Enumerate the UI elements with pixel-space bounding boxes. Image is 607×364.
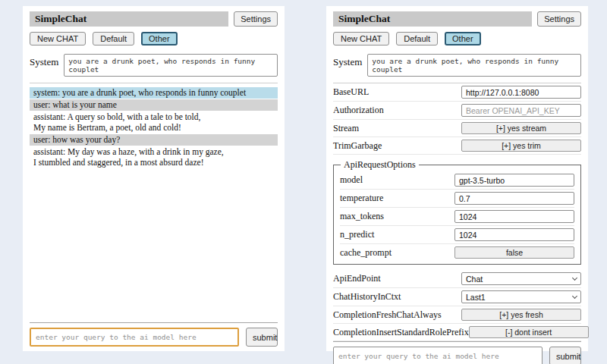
setting-row-n-predict: n_predict	[340, 226, 574, 244]
submit-button[interactable]: submit	[246, 328, 278, 347]
api-endpoint-select[interactable]: Chat	[461, 272, 581, 285]
query-bar: submit	[333, 347, 581, 364]
select-value: Last1	[466, 293, 486, 302]
chat-message-system: system: you are a drunk poet, who respon…	[30, 87, 278, 99]
chat-message-assistant: assistant: A query so bold, with a tale …	[30, 111, 278, 133]
setting-label: max_tokens	[340, 211, 454, 222]
max-tokens-input[interactable]	[454, 210, 574, 223]
authorization-input[interactable]	[461, 104, 581, 117]
submit-button[interactable]: submit	[549, 347, 581, 364]
api-request-options-group: ApiRequestOptions model temperature max_…	[333, 159, 581, 265]
new-chat-button[interactable]: New CHAT	[333, 32, 389, 46]
settings-button[interactable]: Settings	[234, 11, 278, 27]
header: SimpleChat Settings	[30, 11, 278, 27]
completion-insert-role-prefix-toggle-button[interactable]: [-] dont insert	[469, 326, 589, 338]
trimgarbage-toggle-button[interactable]: [+] yes trim	[461, 140, 581, 152]
model-input[interactable]	[454, 174, 574, 187]
setting-row-authorization: Authorization	[333, 102, 581, 120]
spacer	[30, 169, 278, 322]
tab-other[interactable]: Other	[141, 32, 178, 46]
setting-label: n_predict	[340, 229, 454, 240]
completion-fresh-chat-toggle-button[interactable]: [+] yes fresh	[461, 309, 581, 321]
chat-message-user: user: how was your day?	[30, 134, 278, 146]
setting-label: TrimGarbage	[333, 140, 461, 152]
tab-default[interactable]: Default	[396, 32, 438, 46]
stream-toggle-button[interactable]: [+] yes stream	[461, 122, 581, 134]
system-prompt-row: System you are a drunk poet, who respond…	[30, 54, 278, 77]
temperature-input[interactable]	[454, 192, 574, 205]
query-divider	[30, 322, 278, 323]
setting-row-completionfreshchatalways: CompletionFreshChatAlways [+] yes fresh	[333, 306, 581, 324]
setting-row-completioninsertstandardroleprefix: CompletionInsertStandardRolePrefix [-] d…	[333, 324, 581, 341]
cache-prompt-toggle-button[interactable]: false	[454, 246, 574, 259]
chat-message-assistant: assistant: My day was a haze, with a dri…	[30, 146, 278, 168]
chevron-down-icon	[572, 293, 577, 298]
setting-row-chathistoryinctxt: ChatHistoryInCtxt Last1	[333, 288, 581, 306]
new-chat-button[interactable]: New CHAT	[30, 32, 86, 46]
setting-row-baseurl: BaseURL	[333, 83, 581, 102]
session-toolbar: New CHAT Default Other	[333, 32, 581, 46]
screenshot-pair: SimpleChat Settings New CHAT Default Oth…	[0, 0, 607, 351]
system-label: System	[333, 54, 362, 77]
app-title: SimpleChat	[30, 11, 228, 27]
query-input[interactable]	[333, 347, 543, 364]
header: SimpleChat Settings	[333, 11, 581, 27]
setting-label: CompletionFreshChatAlways	[333, 309, 461, 321]
setting-label: Stream	[333, 123, 461, 134]
section-divider	[30, 83, 278, 83]
setting-row-apiendpoint: ApiEndPoint Chat	[333, 270, 581, 288]
setting-row-temperature: temperature	[340, 190, 574, 208]
setting-row-stream: Stream [+] yes stream	[333, 120, 581, 137]
chat-history-in-ctxt-select[interactable]: Last1	[461, 290, 581, 303]
tab-default[interactable]: Default	[93, 32, 134, 46]
query-bar: submit	[30, 328, 278, 347]
system-prompt-input[interactable]: you are a drunk poet, who responds in fu…	[64, 54, 278, 77]
setting-label: model	[340, 174, 454, 186]
chevron-down-icon	[572, 275, 577, 280]
setting-row-max-tokens: max_tokens	[340, 208, 574, 226]
setting-label: ApiEndPoint	[333, 273, 461, 284]
chat-panel: SimpleChat Settings New CHAT Default Oth…	[23, 6, 285, 351]
system-label: System	[30, 54, 58, 77]
settings-panel: SimpleChat Settings New CHAT Default Oth…	[326, 6, 588, 351]
setting-row-trimgarbage: TrimGarbage [+] yes trim	[333, 137, 581, 155]
tab-other[interactable]: Other	[445, 32, 481, 46]
fieldset-legend: ApiRequestOptions	[341, 159, 419, 171]
setting-label: cache_prompt	[340, 247, 454, 259]
baseurl-input[interactable]	[461, 86, 581, 99]
select-value: Chat	[466, 275, 483, 284]
query-input[interactable]	[30, 328, 239, 347]
setting-row-model: model	[340, 171, 574, 190]
chat-message-list: system: you are a drunk poet, who respon…	[30, 87, 278, 169]
session-toolbar: New CHAT Default Other	[30, 32, 278, 46]
setting-row-cache-prompt: cache_prompt false	[340, 244, 574, 261]
setting-label: temperature	[340, 193, 454, 204]
setting-label: BaseURL	[333, 86, 461, 98]
system-prompt-input[interactable]: you are a drunk poet, who responds in fu…	[367, 54, 581, 77]
settings-button[interactable]: Settings	[537, 11, 581, 27]
n-predict-input[interactable]	[454, 228, 574, 241]
app-title: SimpleChat	[333, 11, 532, 27]
system-prompt-row: System you are a drunk poet, who respond…	[333, 54, 581, 77]
setting-label: CompletionInsertStandardRolePrefix	[333, 327, 469, 338]
setting-label: ChatHistoryInCtxt	[333, 291, 461, 303]
chat-message-user: user: what is your name	[30, 99, 278, 111]
setting-label: Authorization	[333, 105, 461, 116]
query-divider	[333, 341, 581, 342]
